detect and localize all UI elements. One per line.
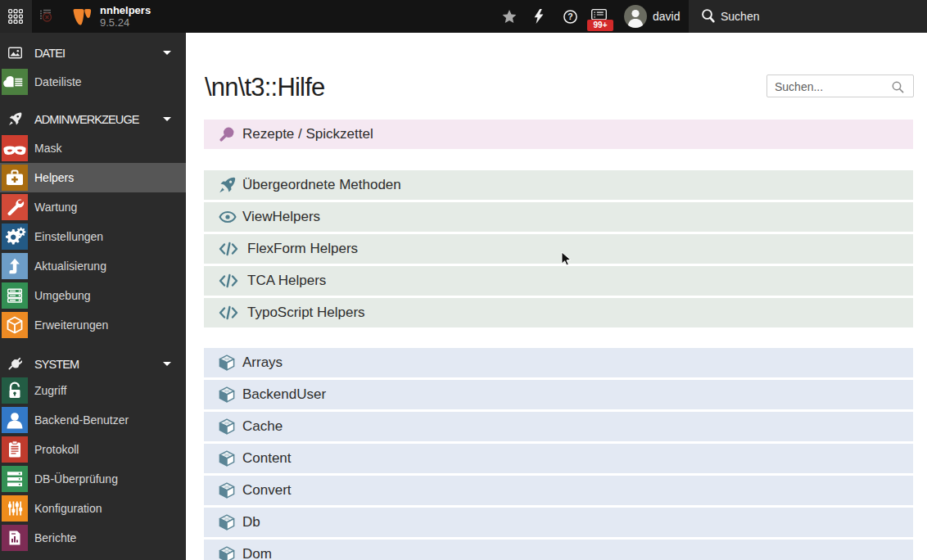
svg-text:?: ? (568, 11, 572, 21)
